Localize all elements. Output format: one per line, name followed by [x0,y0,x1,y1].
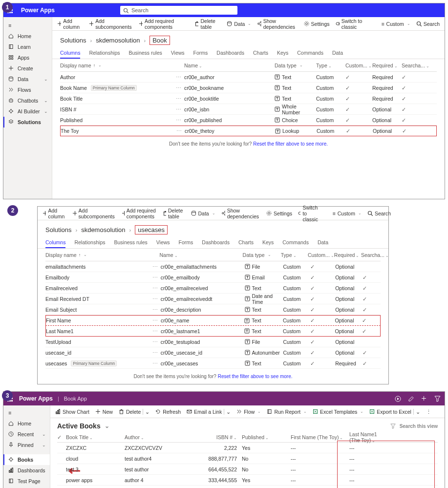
col-published[interactable]: Published⌄ [242,434,291,440]
tab-forms[interactable]: Forms [179,236,193,248]
col-header-searchable[interactable]: Searcha...⌄ [402,63,421,68]
cmd-refresh[interactable]: Refresh [155,409,181,415]
cmd-search[interactable]: Search [416,21,440,27]
tab-data[interactable]: Data [318,236,328,248]
nav-home[interactable]: Home [3,418,50,429]
nav-data[interactable]: Data⌄ [3,74,52,85]
tab-views[interactable]: Views [156,236,170,248]
table-row[interactable]: Emailreceived⋯cr00e_emailreceivedTextCus… [45,283,381,294]
tab-views[interactable]: Views [171,47,185,59]
col-checkbox[interactable]: ✓ [57,434,66,440]
col-header-required[interactable]: Required⌄ [372,63,402,68]
table-row[interactable]: Email Received DT⋯cr00e_emailreceiveddtD… [45,294,381,304]
funnel-icon[interactable] [434,396,441,402]
table-row[interactable]: Email Subject⋯cr00e_descriptionTextCusto… [45,304,381,315]
row-menu[interactable]: ⋯ [150,328,161,334]
cmd-filter-custom[interactable]: ≡ Custom⌄ [381,21,410,27]
nav-learn[interactable]: Learn [3,42,52,52]
nav-test-page[interactable]: Test Page [3,476,50,487]
cmd-add-column[interactable]: Add column [57,18,83,30]
cmd-show-dependencies[interactable]: Show dependencies [257,18,298,30]
play-icon[interactable] [395,396,401,402]
cmd-delete-table[interactable]: Delete table [163,208,185,219]
cmd-add-subcomponents[interactable]: Add subcomponents [72,208,116,219]
table-row[interactable]: Last Name1⋯cr00e_lastname1TextCustom✓Opt… [45,326,381,337]
cmd-add-column[interactable]: Add column [43,208,66,219]
reset-filter-link[interactable]: Reset the filter above to see more. [218,374,293,379]
col-header-display-name[interactable]: Display name ↑⌄ [60,63,172,68]
nav-books[interactable]: Books [3,454,50,465]
view-title[interactable]: Active Books⌄ Search this view [50,418,445,432]
row-menu[interactable]: ⋯ [150,285,161,291]
cmd-data[interactable]: Data⌄ [227,21,251,27]
tab-dashboards[interactable]: Dashboards [216,47,244,59]
tab-columns[interactable]: Columns [60,47,80,59]
crumb-solution-name[interactable]: skdemosolution [96,37,140,44]
row-menu[interactable]: ⋯ [172,85,184,91]
global-search[interactable]: Search [120,6,237,15]
table-row[interactable]: usecasesPrimary Name Column⋯cr00e_usecas… [45,358,381,369]
cmd-add-required[interactable]: Add required components [122,208,157,219]
row-menu[interactable]: ⋯ [172,74,184,80]
table-row[interactable]: emailattachments⋯cr00e_emailattachmentsF… [45,261,381,272]
col-header-display-name[interactable]: Display name ↑⌄ [45,252,149,258]
col-author[interactable]: Author⌄ [125,434,183,440]
col-header-name[interactable]: Name⌄ [184,63,275,68]
nav-collapse[interactable]: ≡ [3,20,52,31]
cmd-switch-classic[interactable]: Switch to classic [336,18,370,30]
row-menu[interactable]: ⋯ [150,264,161,270]
table-row[interactable]: First Name⋯cr00e_nameTextCustom✓Optional… [45,315,381,326]
col-isbn[interactable]: ISBN #⌄ [183,434,242,440]
cmd-show-dependencies[interactable]: Show dependencies [221,208,260,219]
col-last-name[interactable]: Last Name1 (The Toy)⌄ [349,431,384,443]
nav-apps[interactable]: Apps [3,52,52,63]
cmd-settings[interactable]: Settings [304,21,330,27]
cmd-export-excel[interactable]: Export to Excel ⌄ [369,409,420,415]
row-menu[interactable]: ⋯ [150,339,161,345]
cmd-settings[interactable]: Settings [266,211,292,216]
tab-data[interactable]: Data [332,47,343,59]
nav-flows[interactable]: Flows [3,85,52,95]
table-row[interactable]: Book NamePrimary Name Column⋯cr00e_bookn… [60,83,437,93]
table-row[interactable]: ISBN #⋯cr00e_isbnWhole NumberCustom✓Opti… [60,104,437,115]
edit-icon[interactable] [408,396,414,402]
col-header-type[interactable]: Type⌄ [316,63,345,68]
cmd-more[interactable]: ⋮ [426,409,431,415]
row-menu[interactable]: ⋯ [172,117,184,123]
crumb-solutions[interactable]: Solutions [45,226,71,233]
cmd-filter-custom[interactable]: ≡ Custom⌄ [333,211,362,216]
col-book-title[interactable]: Book Title⌄ [66,434,125,440]
table-row[interactable]: Book Title⋯cr00e_booktitleTextCustom✓Req… [60,93,437,104]
tab-forms[interactable]: Forms [193,47,208,59]
nav-chatbots[interactable]: Chatbots⌄ [3,95,52,106]
tab-business-rules[interactable]: Business rules [114,236,147,248]
row-menu[interactable]: ⋯ [150,307,161,313]
nav-collapse[interactable]: ≡ [3,407,50,418]
cmd-new[interactable]: New [95,409,113,415]
cmd-add-subcomponents[interactable]: Add subcomponents [89,18,132,30]
cmd-data[interactable]: Data⌄ [191,211,215,216]
col-first-name[interactable]: First Name (The Toy)⌄ [291,434,349,440]
cmd-search[interactable]: Search [367,211,391,216]
col-header-type[interactable]: Type⌄ [281,252,308,258]
row-menu[interactable]: ⋯ [173,128,185,134]
tab-relationships[interactable]: Relationships [74,236,105,248]
table-row[interactable]: Author⋯cr00e_authorTextCustom✓Required✓ [60,72,437,83]
col-header-datatype[interactable]: Data type⌄ [243,252,281,258]
plus-icon[interactable] [421,396,427,402]
cmd-show-chart[interactable]: Show Chart [55,409,89,415]
tab-keys[interactable]: Keys [277,47,288,59]
tab-keys[interactable]: Keys [262,236,274,248]
tab-business-rules[interactable]: Business rules [128,47,162,59]
cmd-email-link[interactable]: Email a Link ⌄ [187,409,231,415]
col-header-searchable[interactable]: Searcha...⌄ [361,252,381,258]
nav-create[interactable]: Create [3,63,52,74]
row-menu[interactable]: ⋯ [150,296,161,302]
col-header-custom[interactable]: Custom...⌄ [345,63,372,68]
tab-columns[interactable]: Columns [45,236,65,248]
row-menu[interactable]: ⋯ [172,106,184,112]
nav-pinned[interactable]: Pinned⌄ [3,440,50,450]
cmd-add-required[interactable]: Add required components [139,18,189,30]
nav-home[interactable]: Home [3,31,52,42]
row-menu[interactable]: ⋯ [150,318,161,323]
